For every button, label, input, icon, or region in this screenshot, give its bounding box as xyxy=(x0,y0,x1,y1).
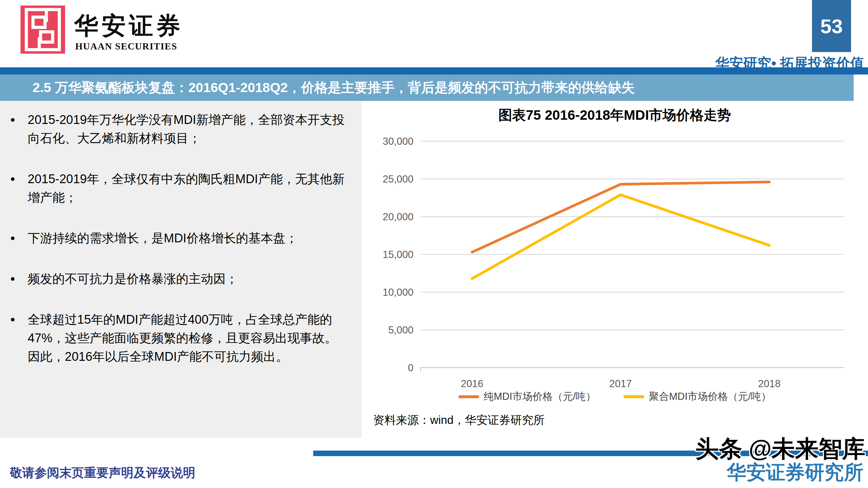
page-number-badge: 53 xyxy=(812,0,851,52)
bullet-item: 频发的不可抗力是价格暴涨的主动因； xyxy=(10,270,345,288)
y-axis-label: 5,000 xyxy=(388,324,413,336)
x-axis-label: 2016 xyxy=(461,378,484,389)
logo-en-text: HUAAN SECURITIES xyxy=(75,41,177,52)
y-axis-label: 30,000 xyxy=(382,136,413,147)
section-title-bar: 2.5 万华聚氨酯板块复盘：2016Q1-2018Q2，价格是主要推手，背后是频… xyxy=(0,74,854,101)
chart-title: 图表75 2016-2018年MDI市场价格走势 xyxy=(362,106,868,124)
bullet-list: 2015-2019年万华化学没有MDI新增产能，全部资本开支投向石化、大乙烯和新… xyxy=(0,101,362,366)
y-axis-label: 25,000 xyxy=(382,173,413,185)
y-axis-label: 15,000 xyxy=(382,249,413,260)
bullet-item: 全球超过15年的MDI产能超过400万吨，占全球总产能的47%，这些产能面临更频… xyxy=(10,311,345,366)
chart-source: 资料来源：wind，华安证券研究所 xyxy=(373,413,545,428)
section-title: 2.5 万华聚氨酯板块复盘：2016Q1-2018Q2，价格是主要推手，背后是频… xyxy=(33,74,635,101)
watermark: 头条 @未来智库 xyxy=(695,433,865,464)
legend-label: 聚合MDI市场价格（元/吨） xyxy=(649,390,771,403)
left-panel: 2015-2019年万华化学没有MDI新增产能，全部资本开支投向石化、大乙烯和新… xyxy=(0,101,362,438)
series-line xyxy=(472,195,769,279)
chart-legend: 纯MDI市场价格（元/吨）聚合MDI市场价格（元/吨） xyxy=(362,390,868,403)
legend-label: 纯MDI市场价格（元/吨） xyxy=(484,390,596,403)
bullet-item: 2015-2019年万华化学没有MDI新增产能，全部资本开支投向石化、大乙烯和新… xyxy=(10,110,345,148)
legend-line-swatch xyxy=(458,395,479,398)
y-axis-label: 20,000 xyxy=(382,211,413,223)
mdi-price-chart: 05,00010,00015,00020,00025,00030,0002016… xyxy=(362,130,868,407)
logo-cn-text: 华安证券 xyxy=(74,10,184,42)
huaan-logo-icon xyxy=(21,5,65,54)
x-axis-label: 2018 xyxy=(758,378,781,389)
x-axis-label: 2017 xyxy=(610,378,632,389)
bullet-item: 2015-2019年，全球仅有中东的陶氏粗MDI产能，无其他新增产能； xyxy=(10,170,345,207)
legend-line-swatch xyxy=(623,395,644,398)
slide: 华安证券 HUAAN SECURITIES 53 华安研究• 拓展投资价值 2.… xyxy=(0,0,868,488)
y-axis-label: 0 xyxy=(408,362,413,373)
y-axis-label: 10,000 xyxy=(382,287,413,298)
footer-disclaimer: 敬请参阅末页重要声明及评级说明 xyxy=(10,464,195,481)
legend-item: 聚合MDI市场价格（元/吨） xyxy=(623,390,771,403)
header-divider-bar xyxy=(0,67,868,74)
bullet-item: 下游持续的需求增长，是MDI价格增长的基本盘； xyxy=(10,229,345,248)
legend-item: 纯MDI市场价格（元/吨） xyxy=(458,390,596,403)
